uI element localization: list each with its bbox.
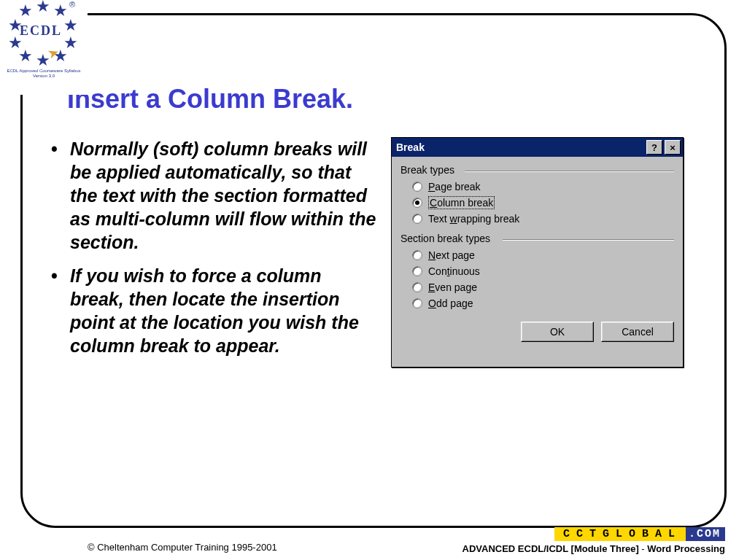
brand-badge-blue: .COM — [686, 527, 725, 541]
radio-icon[interactable] — [412, 198, 422, 208]
ecdl-logo: ® ★ ★ ★ ★ ★ ★ ★ ★ ★ ★ ECDL ➤ ECDL Approv… — [0, 0, 88, 95]
brand-badge-yellow: CCTGLOBAL — [554, 527, 686, 541]
group-label-break-types: Break types — [400, 164, 674, 176]
radio-icon[interactable] — [412, 266, 422, 276]
footer-right: CCTGLOBAL.COM ADVANCED ECDL/ICDL [Module… — [462, 527, 725, 554]
cancel-button[interactable]: Cancel — [601, 322, 674, 342]
bullet-item: If you wish to force a column break, the… — [48, 264, 376, 357]
radio-section-type[interactable]: Odd page — [400, 295, 674, 311]
radio-section-type[interactable]: Even page — [400, 279, 674, 295]
radio-icon[interactable] — [412, 250, 422, 260]
radio-label: Text wrapping break — [428, 213, 519, 225]
radio-break-type[interactable]: Page break — [400, 179, 674, 195]
radio-break-type[interactable]: Column break — [400, 195, 674, 211]
radio-label: Page break — [428, 181, 481, 192]
bullet-item: Normally (soft) column breaks will be ap… — [48, 137, 376, 254]
help-button[interactable]: ? — [646, 140, 662, 155]
module-line: ADVANCED ECDL/ICDL [Module Three] - Word… — [462, 543, 725, 554]
radio-icon[interactable] — [412, 182, 422, 192]
radio-label: Next page — [428, 249, 475, 261]
bullet-list: Normally (soft) column breaks will be ap… — [48, 137, 376, 368]
radio-label: Even page — [428, 281, 477, 293]
radio-label: Odd page — [428, 298, 473, 309]
radio-label: Column break — [428, 197, 495, 209]
ok-button[interactable]: OK — [521, 322, 594, 342]
group-label-section-types: Section break types — [400, 233, 674, 244]
radio-section-type[interactable]: Next page — [400, 247, 674, 263]
close-button[interactable]: × — [665, 140, 681, 155]
radio-section-type[interactable]: Continuous — [400, 263, 674, 279]
dialog-titlebar[interactable]: Break ? × — [392, 138, 683, 157]
copyright-text: © Cheltenham Computer Training 1995-2001 — [22, 542, 277, 554]
break-dialog: Break ? × Break types Page breakColumn b… — [391, 137, 684, 368]
ecdl-logo-text: ECDL — [20, 23, 62, 39]
radio-icon[interactable] — [412, 282, 422, 292]
page-title: Insert a Column Break. — [67, 84, 353, 114]
star-ring-icon: ★ ★ ★ ★ ★ ★ ★ ★ ★ ★ ECDL ➤ — [4, 0, 84, 66]
radio-icon[interactable] — [412, 214, 422, 224]
radio-break-type[interactable]: Text wrapping break — [400, 211, 674, 227]
radio-icon[interactable] — [412, 298, 422, 308]
dialog-title: Break — [396, 141, 425, 153]
radio-label: Continuous — [428, 265, 480, 277]
